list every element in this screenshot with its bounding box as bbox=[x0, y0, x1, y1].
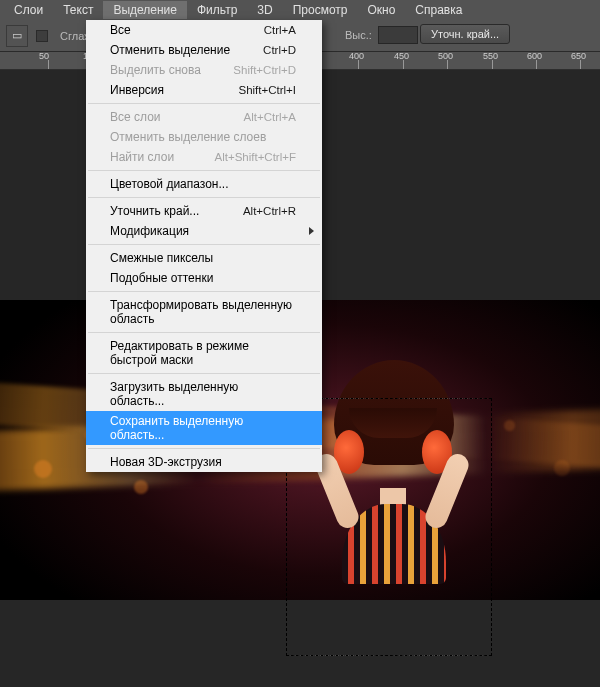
menu-item-label: Трансформировать выделенную область bbox=[110, 298, 296, 326]
menu-item[interactable]: Модификация bbox=[86, 221, 322, 241]
ruler-tick: 400 bbox=[358, 60, 359, 70]
menu-item[interactable]: ВсеCtrl+A bbox=[86, 20, 322, 40]
menu-item-label: Сохранить выделенную область... bbox=[110, 414, 296, 442]
menu-type[interactable]: Текст bbox=[53, 1, 103, 19]
menu-item[interactable]: Редактировать в режиме быстрой маски bbox=[86, 336, 322, 370]
menu-3d[interactable]: 3D bbox=[247, 1, 282, 19]
menu-item[interactable]: Загрузить выделенную область... bbox=[86, 377, 322, 411]
menu-item-shortcut: Ctrl+A bbox=[264, 24, 296, 36]
menu-separator bbox=[88, 244, 320, 245]
tool-preset-icon[interactable]: ▭ bbox=[6, 25, 28, 47]
menu-item-label: Новая 3D-экструзия bbox=[110, 455, 222, 469]
menu-filter[interactable]: Фильтр bbox=[187, 1, 247, 19]
refine-edge-button[interactable]: Уточн. край... bbox=[420, 24, 510, 44]
ruler-tick: 650 bbox=[580, 60, 581, 70]
submenu-caret-icon bbox=[309, 227, 314, 235]
menu-item: Все слоиAlt+Ctrl+A bbox=[86, 107, 322, 127]
menu-item-shortcut: Alt+Shift+Ctrl+F bbox=[215, 151, 297, 163]
menu-item-shortcut: Ctrl+D bbox=[263, 44, 296, 56]
ruler-tick-label: 450 bbox=[394, 52, 418, 61]
menu-item-label: Отменить выделение слоев bbox=[110, 130, 266, 144]
menu-separator bbox=[88, 448, 320, 449]
menu-item[interactable]: Сохранить выделенную область... bbox=[86, 411, 322, 445]
ruler-tick-label: 600 bbox=[527, 52, 551, 61]
menu-separator bbox=[88, 332, 320, 333]
ruler-tick-label: 550 bbox=[483, 52, 507, 61]
menu-item: Найти слоиAlt+Shift+Ctrl+F bbox=[86, 147, 322, 167]
ruler-tick: 550 bbox=[492, 60, 493, 70]
height-label: Выс.: bbox=[345, 29, 372, 41]
menu-item-label: Модификация bbox=[110, 224, 189, 238]
ruler-tick-label: 50 bbox=[39, 52, 63, 61]
menu-item[interactable]: Смежные пикселы bbox=[86, 248, 322, 268]
menubar: Слои Текст Выделение Фильтр 3D Просмотр … bbox=[0, 0, 600, 20]
anti-alias-checkbox[interactable] bbox=[36, 30, 48, 42]
menu-item-label: Инверсия bbox=[110, 83, 164, 97]
menu-item[interactable]: Новая 3D-экструзия bbox=[86, 452, 322, 472]
height-field[interactable] bbox=[378, 26, 418, 44]
menu-separator bbox=[88, 291, 320, 292]
menu-item[interactable]: ИнверсияShift+Ctrl+I bbox=[86, 80, 322, 100]
menu-item-label: Редактировать в режиме быстрой маски bbox=[110, 339, 296, 367]
ruler-tick-label: 500 bbox=[438, 52, 462, 61]
menu-item-label: Все bbox=[110, 23, 131, 37]
menu-item-label: Отменить выделение bbox=[110, 43, 230, 57]
menu-item-label: Подобные оттенки bbox=[110, 271, 213, 285]
menu-separator bbox=[88, 373, 320, 374]
menu-select[interactable]: Выделение bbox=[103, 1, 187, 19]
menu-item-label: Найти слои bbox=[110, 150, 174, 164]
menu-item-shortcut: Alt+Ctrl+R bbox=[243, 205, 296, 217]
menu-item-label: Цветовой диапазон... bbox=[110, 177, 228, 191]
menu-item-shortcut: Shift+Ctrl+I bbox=[238, 84, 296, 96]
menu-item[interactable]: Подобные оттенки bbox=[86, 268, 322, 288]
menu-help[interactable]: Справка bbox=[405, 1, 472, 19]
select-menu-dropdown: ВсеCtrl+AОтменить выделениеCtrl+DВыделит… bbox=[86, 20, 322, 472]
menu-item-label: Все слои bbox=[110, 110, 161, 124]
menu-separator bbox=[88, 170, 320, 171]
menu-item[interactable]: Трансформировать выделенную область bbox=[86, 295, 322, 329]
ruler-tick-label: 650 bbox=[571, 52, 595, 61]
menu-item-label: Смежные пикселы bbox=[110, 251, 213, 265]
menu-item-label: Уточнить край... bbox=[110, 204, 199, 218]
menu-window[interactable]: Окно bbox=[357, 1, 405, 19]
menu-separator bbox=[88, 197, 320, 198]
ruler-tick: 600 bbox=[536, 60, 537, 70]
menu-layers[interactable]: Слои bbox=[4, 1, 53, 19]
ruler-tick-label: 400 bbox=[349, 52, 373, 61]
menu-item[interactable]: Цветовой диапазон... bbox=[86, 174, 322, 194]
ruler-tick: 450 bbox=[403, 60, 404, 70]
subject-portrait bbox=[304, 360, 484, 585]
menu-item[interactable]: Отменить выделениеCtrl+D bbox=[86, 40, 322, 60]
menu-item: Отменить выделение слоев bbox=[86, 127, 322, 147]
menu-item-shortcut: Shift+Ctrl+D bbox=[233, 64, 296, 76]
ruler-tick: 500 bbox=[447, 60, 448, 70]
menu-item-label: Выделить снова bbox=[110, 63, 201, 77]
menu-item-label: Загрузить выделенную область... bbox=[110, 380, 296, 408]
menu-item: Выделить сноваShift+Ctrl+D bbox=[86, 60, 322, 80]
menu-separator bbox=[88, 103, 320, 104]
ruler-tick: 50 bbox=[48, 60, 49, 70]
menu-item-shortcut: Alt+Ctrl+A bbox=[244, 111, 296, 123]
menu-item[interactable]: Уточнить край...Alt+Ctrl+R bbox=[86, 201, 322, 221]
menu-view[interactable]: Просмотр bbox=[283, 1, 358, 19]
